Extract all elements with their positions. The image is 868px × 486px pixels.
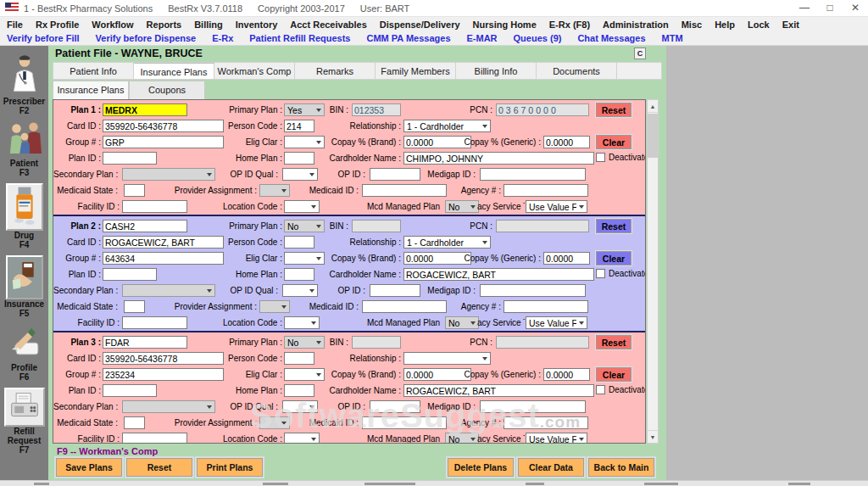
plan-clear-button[interactable]: Clear bbox=[596, 135, 632, 149]
medigap-id-input[interactable] bbox=[480, 284, 586, 297]
copay-generic-input[interactable] bbox=[543, 252, 590, 265]
medicaid-id-input[interactable] bbox=[362, 416, 447, 429]
plan-id-input[interactable] bbox=[103, 384, 157, 397]
plan-clear-button[interactable]: Clear bbox=[596, 367, 632, 382]
tab-family-members[interactable]: Family Members bbox=[376, 63, 456, 79]
plan-id-input[interactable] bbox=[103, 268, 157, 281]
secondary-plan-select[interactable] bbox=[122, 284, 215, 297]
medigap-id-input[interactable] bbox=[480, 400, 586, 413]
op-id-input[interactable] bbox=[370, 284, 420, 297]
menu-workflow[interactable]: Workflow bbox=[92, 20, 133, 30]
medicaid-id-input[interactable] bbox=[362, 184, 447, 197]
tab-billing-info[interactable]: Billing Info bbox=[456, 63, 537, 79]
mcd-managed-plan-select[interactable]: No bbox=[445, 433, 479, 444]
back-to-main-button[interactable]: Back to Main bbox=[588, 458, 654, 477]
minimize-button[interactable]: — bbox=[792, 0, 817, 17]
copay-generic-input[interactable] bbox=[543, 136, 590, 148]
facility-id-input[interactable] bbox=[122, 433, 187, 444]
menu-exit[interactable]: Exit bbox=[782, 20, 799, 30]
deactivate-checkbox[interactable] bbox=[596, 269, 605, 278]
agency-num-input[interactable] bbox=[504, 300, 588, 313]
menu-acct-receivables[interactable]: Acct Receivables bbox=[290, 20, 367, 30]
menu-erx-f8[interactable]: E-Rx (F8) bbox=[549, 20, 590, 30]
secondary-plan-select[interactable] bbox=[122, 400, 215, 413]
home-plan-input[interactable] bbox=[284, 384, 314, 397]
tab-documents[interactable]: Documents bbox=[537, 63, 617, 79]
plan-id-input[interactable] bbox=[103, 152, 157, 165]
scroll-down-arrow-icon[interactable]: ▼ bbox=[648, 430, 658, 443]
tab-workmans-comp[interactable]: Workman's Comp bbox=[214, 63, 295, 79]
clear-data-button[interactable]: Clear Data bbox=[518, 458, 584, 477]
link-cmm-pa-messages[interactable]: CMM PA Messages bbox=[366, 33, 450, 43]
close-button[interactable]: ✕ bbox=[843, 0, 868, 17]
pharmacy-service-type-select[interactable]: Use Value Fro bbox=[526, 200, 587, 213]
maximize-button[interactable]: □ bbox=[817, 0, 843, 17]
plan-clear-button[interactable]: Clear bbox=[596, 251, 632, 265]
plan-reset-button[interactable]: Reset bbox=[596, 219, 632, 233]
reset-button[interactable]: Reset bbox=[126, 458, 192, 477]
cardholder-name-input[interactable] bbox=[403, 384, 594, 397]
sidebar-item-prescriber[interactable]: Prescriber F2 bbox=[2, 53, 47, 115]
link-mtm[interactable]: MTM bbox=[662, 33, 683, 43]
location-code-select[interactable] bbox=[284, 433, 320, 444]
medicaid-state-input[interactable] bbox=[124, 184, 145, 197]
link-verify-before-fill[interactable]: Verify before Fill bbox=[7, 33, 80, 43]
pharmacy-service-type-select[interactable]: Use Value Fro bbox=[526, 316, 587, 329]
deactivate-checkbox[interactable] bbox=[596, 153, 605, 162]
menu-lock[interactable]: Lock bbox=[748, 20, 770, 30]
menu-reports[interactable]: Reports bbox=[147, 20, 182, 30]
facility-id-input[interactable] bbox=[122, 200, 187, 213]
mcd-managed-plan-select[interactable]: No bbox=[445, 316, 479, 329]
sidebar-item-patient[interactable]: Patient F3 bbox=[2, 121, 47, 177]
c-button[interactable]: C bbox=[634, 47, 646, 59]
secondary-plan-select[interactable] bbox=[122, 168, 215, 181]
relationship-select[interactable]: 1 - Cardholder bbox=[403, 120, 491, 132]
scroll-up-arrow-icon[interactable]: ▲ bbox=[648, 100, 658, 113]
plan-name-input[interactable] bbox=[103, 336, 187, 349]
menu-rx-profile[interactable]: Rx Profile bbox=[36, 20, 79, 30]
person-code-input[interactable] bbox=[284, 236, 314, 249]
plan-reset-button[interactable]: Reset bbox=[596, 335, 632, 349]
tab-patient-info[interactable]: Patient Info bbox=[53, 63, 134, 79]
provider-assignment-select[interactable] bbox=[259, 300, 290, 313]
agency-num-input[interactable] bbox=[504, 416, 588, 429]
link-erx[interactable]: E-Rx bbox=[212, 33, 233, 43]
medicaid-state-input[interactable] bbox=[124, 300, 145, 313]
home-plan-input[interactable] bbox=[284, 152, 314, 165]
agency-num-input[interactable] bbox=[504, 184, 588, 197]
link-chat-messages[interactable]: Chat Messages bbox=[577, 33, 645, 43]
delete-plans-button[interactable]: Delete Plans bbox=[448, 458, 514, 477]
location-code-select[interactable] bbox=[284, 316, 320, 329]
medicaid-id-input[interactable] bbox=[362, 300, 447, 313]
menu-help[interactable]: Help bbox=[715, 20, 735, 30]
scrollbar-thumb[interactable] bbox=[648, 114, 658, 158]
sidebar-item-refill-request[interactable]: Refill Request F7 bbox=[2, 388, 47, 455]
person-code-input[interactable] bbox=[284, 120, 314, 132]
home-plan-input[interactable] bbox=[284, 268, 314, 281]
mcd-managed-plan-select[interactable]: No bbox=[445, 200, 479, 213]
link-patient-refill-requests[interactable]: Patient Refill Requests bbox=[249, 33, 350, 43]
subtab-insurance-plans[interactable]: Insurance Plans bbox=[53, 81, 129, 99]
link-verify-before-dispense[interactable]: Verify before Dispense bbox=[96, 33, 197, 43]
link-queues[interactable]: Queues (9) bbox=[514, 33, 562, 43]
subtab-coupons[interactable]: Coupons bbox=[129, 81, 205, 99]
medicaid-state-input[interactable] bbox=[124, 416, 145, 429]
plan-name-input[interactable] bbox=[103, 220, 187, 232]
menu-billing[interactable]: Billing bbox=[194, 20, 223, 30]
link-emar[interactable]: E-MAR bbox=[467, 33, 498, 43]
provider-assignment-select[interactable] bbox=[259, 416, 290, 429]
op-id-input[interactable] bbox=[370, 168, 420, 181]
sidebar-item-profile[interactable]: Profile F6 bbox=[2, 324, 47, 382]
copay-generic-input[interactable] bbox=[543, 368, 590, 381]
tab-remarks[interactable]: Remarks bbox=[295, 63, 376, 79]
menu-misc[interactable]: Misc bbox=[682, 20, 702, 30]
menu-inventory[interactable]: Inventory bbox=[236, 20, 278, 30]
menu-dispense-delivery[interactable]: Dispense/Delivery bbox=[380, 20, 460, 30]
relationship-select[interactable]: 1 - Cardholder bbox=[403, 236, 491, 249]
plan-reset-button[interactable]: Reset bbox=[596, 103, 632, 117]
print-plans-button[interactable]: Print Plans bbox=[197, 458, 263, 477]
facility-id-input[interactable] bbox=[122, 316, 187, 329]
provider-assignment-select[interactable] bbox=[259, 184, 290, 197]
plan-name-input[interactable] bbox=[103, 103, 187, 116]
location-code-select[interactable] bbox=[284, 200, 320, 213]
